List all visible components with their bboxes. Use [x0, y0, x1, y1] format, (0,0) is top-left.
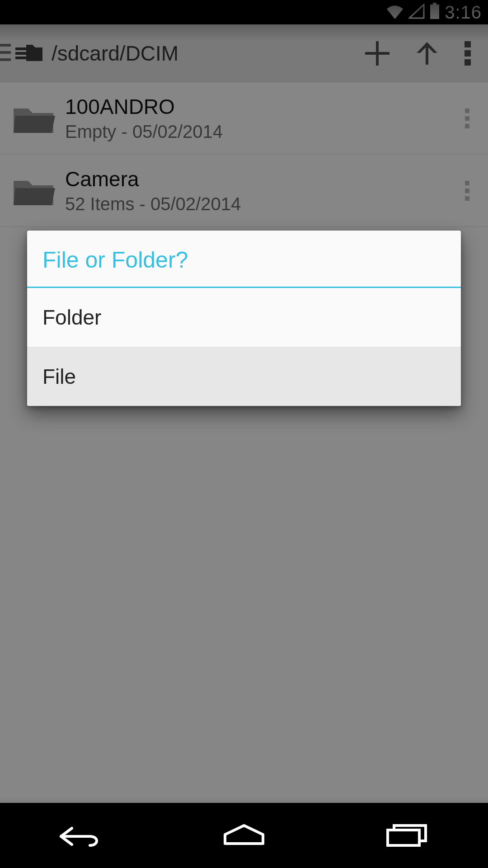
home-button[interactable]	[208, 817, 280, 854]
dialog-option-folder[interactable]: Folder	[27, 288, 461, 347]
modal-scrim[interactable]	[0, 0, 488, 868]
recents-button[interactable]	[371, 817, 443, 854]
navigation-bar	[0, 803, 488, 868]
svg-rect-19	[388, 830, 419, 845]
dialog-option-file[interactable]: File	[27, 347, 461, 406]
dialog-title: File or Folder?	[27, 231, 461, 287]
create-dialog: File or Folder? Folder File	[27, 231, 461, 406]
back-button[interactable]	[45, 817, 117, 854]
